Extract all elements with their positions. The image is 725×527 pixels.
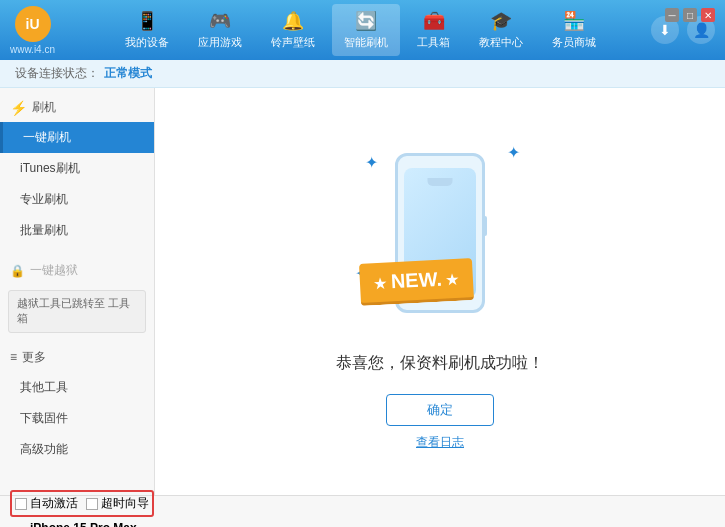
nav-tutorial[interactable]: 🎓 教程中心 bbox=[467, 4, 535, 56]
logo-area: iU www.i4.cn bbox=[10, 6, 55, 55]
lock-icon: 🔒 bbox=[10, 264, 25, 278]
auto-activate-label[interactable]: 自动激活 bbox=[15, 495, 78, 512]
sparkle-top-right: ✦ bbox=[507, 143, 520, 162]
sidebar-batch-flash[interactable]: 批量刷机 bbox=[0, 215, 154, 246]
device-options-highlight: 自动激活 超时向导 bbox=[10, 490, 154, 517]
timed-guide-checkbox[interactable] bbox=[86, 498, 98, 510]
flash-header-icon: ⚡ bbox=[10, 100, 27, 116]
nav-toolbox[interactable]: 🧰 工具箱 bbox=[405, 4, 462, 56]
flash-icon: 🔄 bbox=[355, 10, 377, 32]
minimize-button[interactable]: ─ bbox=[665, 8, 679, 22]
service-icon: 🏪 bbox=[563, 10, 585, 32]
flash-header: ⚡ 刷机 bbox=[0, 93, 154, 122]
new-badge: NEW. bbox=[359, 258, 474, 306]
device-bar: 自动激活 超时向导 📱 iPhone 15 Pro Max 512GB iPho… bbox=[0, 495, 725, 527]
jailbreak-notice: 越狱工具已跳转至 工具箱 bbox=[8, 290, 146, 333]
sidebar: ⚡ 刷机 一键刷机 iTunes刷机 专业刷机 批量刷机 🔒 一键越狱 越狱工具 bbox=[0, 88, 155, 495]
sidebar-itunes-flash[interactable]: iTunes刷机 bbox=[0, 153, 154, 184]
more-header: ≡ 更多 bbox=[0, 343, 154, 372]
device-name: iPhone 15 Pro Max bbox=[30, 521, 137, 527]
sidebar-other-tools[interactable]: 其他工具 bbox=[0, 372, 154, 403]
sidebar-pro-flash[interactable]: 专业刷机 bbox=[0, 184, 154, 215]
logo-url: www.i4.cn bbox=[10, 44, 55, 55]
sidebar-advanced[interactable]: 高级功能 bbox=[0, 434, 154, 465]
logo-icon: iU bbox=[15, 6, 51, 42]
status-label: 设备连接状态： bbox=[15, 65, 99, 82]
flash-header-label: 刷机 bbox=[32, 99, 56, 116]
sparkle-top-left: ✦ bbox=[365, 153, 378, 172]
sidebar-one-click-flash[interactable]: 一键刷机 bbox=[0, 122, 154, 153]
main-layout: ⚡ 刷机 一键刷机 iTunes刷机 专业刷机 批量刷机 🔒 一键越狱 越狱工具 bbox=[0, 88, 725, 495]
window-controls: ─ □ ✕ bbox=[665, 8, 715, 22]
jailbreak-disabled: 🔒 一键越狱 bbox=[0, 256, 154, 285]
nav-my-device[interactable]: 📱 我的设备 bbox=[113, 4, 181, 56]
device-icon: 📱 bbox=[136, 10, 158, 32]
nav-smart-flash[interactable]: 🔄 智能刷机 bbox=[332, 4, 400, 56]
ringtone-icon: 🔔 bbox=[282, 10, 304, 32]
phone-illustration: ✦ ✦ ✦ NEW. bbox=[350, 133, 530, 333]
nav-apps-games[interactable]: 🎮 应用游戏 bbox=[186, 4, 254, 56]
success-message: 恭喜您，保资料刷机成功啦！ bbox=[336, 353, 544, 374]
apps-icon: 🎮 bbox=[209, 10, 231, 32]
status-bar: 设备连接状态： 正常模式 bbox=[0, 60, 725, 88]
flash-section: ⚡ 刷机 一键刷机 iTunes刷机 专业刷机 批量刷机 bbox=[0, 88, 154, 251]
nav-bar: 📱 我的设备 🎮 应用游戏 🔔 铃声壁纸 🔄 智能刷机 🧰 工具箱 🎓 教程中心… bbox=[70, 4, 651, 56]
view-log-link[interactable]: 查看日志 bbox=[416, 434, 464, 451]
device-info: 📱 iPhone 15 Pro Max 512GB iPhone bbox=[10, 521, 154, 527]
status-value: 正常模式 bbox=[104, 65, 152, 82]
top-nav-bar: iU www.i4.cn 📱 我的设备 🎮 应用游戏 🔔 铃声壁纸 🔄 智能刷机… bbox=[0, 0, 725, 60]
nav-ringtones[interactable]: 🔔 铃声壁纸 bbox=[259, 4, 327, 56]
main-content: ✦ ✦ ✦ NEW. 恭喜您，保资料刷机成功啦！ 确定 查看日志 bbox=[155, 88, 725, 495]
auto-activate-checkbox[interactable] bbox=[15, 498, 27, 510]
jailbreak-section: 🔒 一键越狱 越狱工具已跳转至 工具箱 bbox=[0, 251, 154, 343]
timed-guide-label[interactable]: 超时向导 bbox=[86, 495, 149, 512]
more-icon: ≡ bbox=[10, 350, 17, 364]
maximize-button[interactable]: □ bbox=[683, 8, 697, 22]
tutorial-icon: 🎓 bbox=[490, 10, 512, 32]
close-button[interactable]: ✕ bbox=[701, 8, 715, 22]
nav-service[interactable]: 🏪 务员商城 bbox=[540, 4, 608, 56]
sidebar-download-firmware[interactable]: 下载固件 bbox=[0, 403, 154, 434]
toolbox-icon: 🧰 bbox=[423, 10, 445, 32]
more-section: ≡ 更多 其他工具 下载固件 高级功能 bbox=[0, 343, 154, 465]
phone-button bbox=[483, 216, 487, 236]
phone-notch bbox=[428, 178, 453, 186]
confirm-button[interactable]: 确定 bbox=[386, 394, 494, 426]
